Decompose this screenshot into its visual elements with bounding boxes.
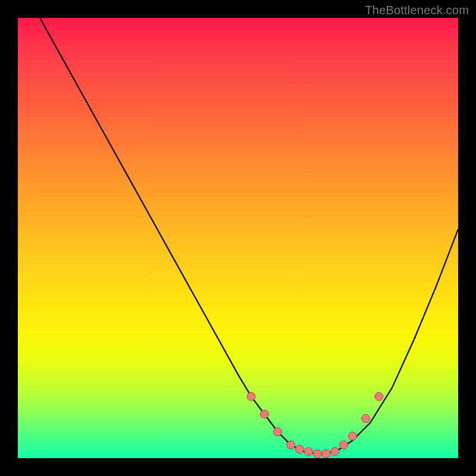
marker-point bbox=[313, 450, 321, 458]
marker-point bbox=[362, 414, 370, 422]
marker-point bbox=[331, 447, 339, 456]
bottleneck-curve bbox=[40, 18, 458, 454]
curve-markers bbox=[247, 392, 383, 458]
plot-area bbox=[18, 18, 458, 458]
curve-svg bbox=[18, 18, 458, 458]
marker-point bbox=[287, 441, 295, 449]
marker-point bbox=[304, 447, 312, 456]
watermark-text: TheBottleneck.com bbox=[365, 4, 469, 17]
marker-point bbox=[296, 445, 304, 453]
marker-point bbox=[340, 441, 348, 449]
marker-point bbox=[375, 392, 383, 400]
marker-point bbox=[260, 410, 268, 418]
chart-frame: TheBottleneck.com bbox=[0, 0, 476, 476]
marker-point bbox=[274, 428, 282, 436]
marker-point bbox=[247, 392, 255, 400]
marker-point bbox=[348, 432, 356, 440]
marker-point bbox=[322, 450, 330, 458]
